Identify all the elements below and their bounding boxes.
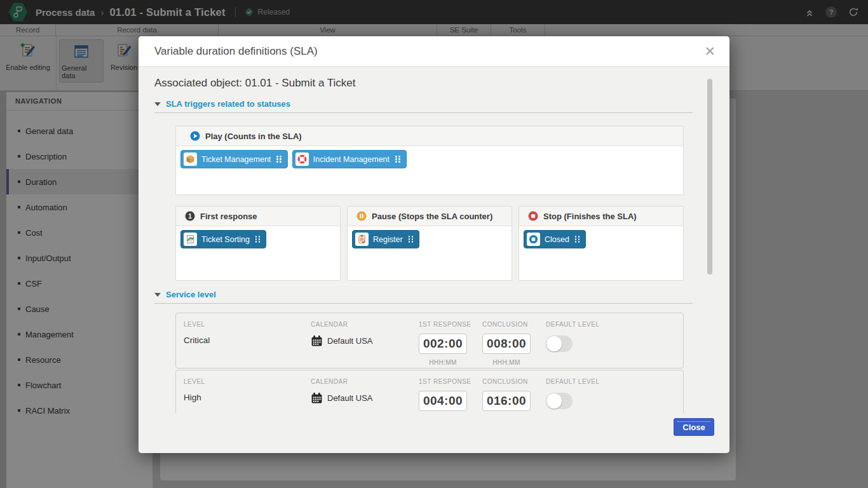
lifebuoy-icon <box>295 152 309 166</box>
sla-definitions-dialog: Variable duration definitions (SLA) ✕ As… <box>139 36 729 453</box>
triggers-section-title: SLA triggers related to statuses <box>166 99 290 109</box>
chip-ticket-sorting[interactable]: Ticket Sorting <box>180 230 266 248</box>
service-level-row-high: LEVEL High CALENDAR Def <box>175 370 684 413</box>
close-icon[interactable]: ✕ <box>704 44 715 58</box>
stop-panel-title: Stop (Finishes the SLA) <box>543 212 637 221</box>
calendar-value[interactable]: Default USA <box>327 336 373 346</box>
chip-label: Register <box>373 235 403 244</box>
dialog-title: Variable duration definitions (SLA) <box>154 45 318 58</box>
svg-text:1: 1 <box>188 213 192 220</box>
calendar-value[interactable]: Default USA <box>327 393 373 403</box>
conclusion-time-input[interactable]: 016:00 <box>482 391 531 411</box>
document-arrow-icon <box>184 233 197 246</box>
dialog-footer: Close <box>139 413 729 453</box>
conclusion-time-input[interactable]: 008:00 <box>482 334 531 354</box>
stop-icon <box>528 211 538 221</box>
default-level-toggle[interactable] <box>546 393 573 409</box>
first-response-column-header: 1ST RESPONSE <box>419 321 482 328</box>
dialog-body: Associated object: 01.01 - Submit a Tick… <box>139 67 729 413</box>
drag-handle-icon[interactable] <box>395 156 400 163</box>
play-icon <box>190 131 200 141</box>
first-response-time-input[interactable]: 002:00 <box>419 334 467 354</box>
collapse-triangle-icon[interactable] <box>154 102 161 106</box>
close-button[interactable]: Close <box>674 418 714 436</box>
pause-panel-title: Pause (Stops the SLA counter) <box>372 212 492 221</box>
stop-circle-icon <box>527 233 540 246</box>
associated-object-label: Associated object: 01.01 - Submit a Tick… <box>154 77 693 90</box>
conclusion-column-header: CONCLUSION <box>482 321 546 328</box>
dialog-scrollbar-thumb[interactable] <box>707 79 712 274</box>
drag-handle-icon[interactable] <box>255 236 261 243</box>
first-response-panel: 1 First response <box>175 206 341 281</box>
number-one-icon: 1 <box>185 211 195 221</box>
play-panel-title: Play (Counts in the SLA) <box>205 132 302 141</box>
pause-panel: Pause (Stops the SLA counter) <box>347 206 512 281</box>
service-level-section-title: Service level <box>166 290 216 299</box>
application-root: Process data › 01.01 - Submit a Ticket R… <box>0 0 868 488</box>
drag-handle-icon[interactable] <box>276 156 281 163</box>
service-level-row-critical: LEVEL Critical CALENDAR <box>175 313 684 369</box>
chip-label: Ticket Sorting <box>201 235 250 244</box>
calendar-icon[interactable] <box>311 335 323 347</box>
drag-handle-icon[interactable] <box>575 236 580 243</box>
time-format-label: HHH:MM <box>482 359 531 366</box>
box-icon <box>184 152 197 166</box>
chip-ticket-management[interactable]: Ticket Management <box>180 150 288 168</box>
level-column-header: LEVEL <box>184 321 311 328</box>
calendar-icon[interactable] <box>311 392 323 404</box>
conclusion-column-header: CONCLUSION <box>482 378 546 385</box>
toggle-knob <box>546 336 562 351</box>
stop-panel: Stop (Finishes the SLA) Closed <box>519 206 684 281</box>
collapse-triangle-icon[interactable] <box>154 293 161 297</box>
first-response-column-header: 1ST RESPONSE <box>419 378 482 385</box>
level-value: High <box>184 393 311 402</box>
time-format-label: HHH:MM <box>419 359 467 366</box>
triggers-section-header[interactable]: SLA triggers related to statuses <box>154 99 693 113</box>
chip-incident-management[interactable]: Incident Management <box>292 150 407 168</box>
toggle-knob <box>546 393 562 409</box>
clipboard-icon <box>355 233 369 246</box>
drag-handle-icon[interactable] <box>409 236 414 243</box>
pause-icon <box>356 211 367 221</box>
play-panel: Play (Counts in the SLA) Ticket Manageme… <box>175 126 684 195</box>
chip-label: Incident Management <box>313 155 390 164</box>
calendar-column-header: CALENDAR <box>311 321 419 328</box>
first-response-title: First response <box>200 212 257 221</box>
chip-label: Closed <box>545 235 569 244</box>
chip-label: Ticket Management <box>201 155 271 164</box>
dialog-titlebar: Variable duration definitions (SLA) ✕ <box>139 36 729 67</box>
calendar-column-header: CALENDAR <box>311 378 419 385</box>
service-level-section-header[interactable]: Service level <box>154 290 693 304</box>
default-level-column-header: DEFAULT LEVEL <box>546 378 683 385</box>
default-level-toggle[interactable] <box>546 336 573 352</box>
chip-register[interactable]: Register <box>352 230 419 248</box>
chip-closed[interactable]: Closed <box>524 230 586 248</box>
level-value: Critical <box>184 336 311 345</box>
first-response-time-input[interactable]: 004:00 <box>419 391 467 411</box>
default-level-column-header: DEFAULT LEVEL <box>546 321 683 328</box>
level-column-header: LEVEL <box>184 378 311 385</box>
